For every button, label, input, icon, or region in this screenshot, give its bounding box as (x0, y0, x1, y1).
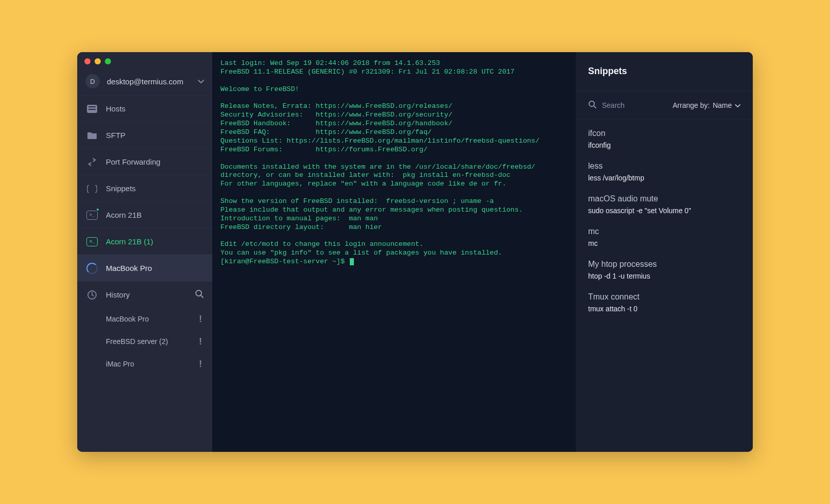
panel-title: Snippets (576, 52, 753, 91)
sidebar-item-label: Hosts (106, 104, 125, 113)
session-label: Acorn 21B (1) (106, 237, 153, 246)
sidebar-item-hosts[interactable]: Hosts (77, 95, 212, 122)
snippet-title: macOS audio mute (588, 194, 741, 203)
snippets-toolbar: Arrange by: Name (576, 91, 753, 120)
snippet-item[interactable]: less less /var/log/btmp (576, 156, 753, 189)
active-indicator-icon (96, 208, 100, 212)
close-window-button[interactable] (84, 58, 91, 64)
history-item[interactable]: MacBook Pro ! (77, 308, 212, 330)
alert-icon: ! (199, 336, 202, 347)
snippet-item[interactable]: My htop processes htop -d 1 -u termius (576, 255, 753, 287)
svg-point-3 (589, 101, 594, 106)
sidebar-item-snippets[interactable]: { } Snippets (77, 175, 212, 201)
search-icon[interactable] (195, 289, 204, 300)
arrange-value: Name (713, 101, 732, 109)
account-label: desktop@termius.com (107, 77, 198, 86)
terminal-text: Last login: Wed Sep 19 02:44:06 2018 fro… (220, 59, 540, 257)
session-label: MacBook Pro (106, 264, 152, 272)
session-acorn-21b[interactable]: >_ Acorn 21B (77, 201, 212, 228)
history-item-label: FreeBSD server (2) (106, 337, 168, 346)
snippet-command: less /var/log/btmp (588, 174, 741, 182)
snippet-command: sudo osascript -e "set Volume 0" (588, 207, 741, 215)
svg-text:{ }: { } (87, 184, 97, 193)
session-label: Acorn 21B (106, 211, 142, 219)
sidebar-item-label: SFTP (106, 131, 125, 140)
snippet-item[interactable]: ifcon ifconfig (576, 124, 753, 156)
snippet-command: mc (588, 239, 741, 247)
hosts-icon (85, 102, 99, 116)
history-item[interactable]: FreeBSD server (2) ! (77, 330, 212, 353)
history-item-label: MacBook Pro (106, 315, 149, 323)
snippet-title: mc (588, 227, 741, 236)
app-window: D desktop@termius.com Hosts SFTP Port Fo… (77, 52, 753, 452)
snippet-item[interactable]: Tmux connect tmux attach -t 0 (576, 287, 753, 320)
alert-icon: ! (199, 314, 202, 325)
snippet-title: Tmux connect (588, 292, 741, 302)
window-controls (84, 58, 111, 64)
sidebar: D desktop@termius.com Hosts SFTP Port Fo… (77, 52, 212, 452)
port-forwarding-icon (85, 155, 99, 169)
snippet-item[interactable]: mc mc (576, 222, 753, 255)
account-switcher[interactable]: D desktop@termius.com (77, 67, 212, 95)
sidebar-item-history[interactable]: History (77, 281, 212, 308)
braces-icon: { } (85, 182, 99, 195)
chevron-down-icon (198, 77, 204, 86)
snippets-panel: Snippets Arrange by: Name ifcon ifconfig (576, 52, 753, 452)
snippet-command: tmux attach -t 0 (588, 305, 741, 313)
sidebar-item-label: History (106, 290, 130, 299)
sidebar-item-label: Port Forwarding (106, 157, 161, 166)
snippet-command: htop -d 1 -u termius (588, 272, 741, 280)
terminal-icon: >_ (85, 235, 99, 248)
sidebar-item-sftp[interactable]: SFTP (77, 122, 212, 148)
snippet-item[interactable]: macOS audio mute sudo osascript -e "set … (576, 189, 753, 222)
snippet-title: less (588, 162, 741, 171)
terminal-icon: >_ (85, 209, 99, 222)
snippet-title: My htop processes (588, 260, 741, 269)
terminal-prompt: [kiran@FreeBSD-test-server ~]$ (220, 258, 349, 265)
search-input[interactable] (602, 101, 648, 109)
cursor-icon (350, 258, 354, 265)
session-macbook-pro[interactable]: MacBook Pro (77, 255, 212, 281)
sidebar-item-label: Snippets (106, 184, 136, 193)
session-acorn-21b-1[interactable]: >_ Acorn 21B (1) (77, 228, 212, 255)
arrange-by-dropdown[interactable]: Arrange by: Name (672, 101, 741, 109)
alert-icon: ! (199, 359, 202, 370)
chevron-down-icon (735, 101, 741, 109)
svg-point-2 (196, 290, 201, 296)
sidebar-item-port-forwarding[interactable]: Port Forwarding (77, 148, 212, 175)
history-icon (85, 288, 99, 302)
minimize-window-button[interactable] (95, 58, 101, 64)
search-icon (588, 100, 597, 110)
terminal-output[interactable]: Last login: Wed Sep 19 02:44:06 2018 fro… (212, 52, 576, 452)
loading-spinner-icon (85, 262, 99, 275)
snippets-list: ifcon ifconfig less less /var/log/btmp m… (576, 120, 753, 324)
folder-icon (85, 129, 99, 142)
snippet-title: ifcon (588, 129, 741, 138)
avatar: D (85, 74, 100, 88)
history-item-label: iMac Pro (106, 360, 134, 368)
arrange-prefix: Arrange by: (672, 101, 709, 109)
snippets-search[interactable] (588, 100, 648, 110)
snippet-command: ifconfig (588, 141, 741, 149)
history-item[interactable]: iMac Pro ! (77, 353, 212, 375)
zoom-window-button[interactable] (105, 58, 111, 64)
